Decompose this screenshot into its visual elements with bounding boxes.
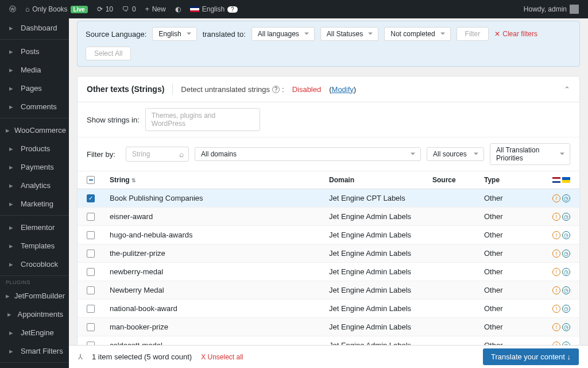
col-domain: Domain <box>329 176 432 184</box>
cell-domain: Jet Engine Admin Labels <box>329 249 432 258</box>
sidebar-item-products[interactable]: ▸Products <box>0 139 69 158</box>
cell-type: Other <box>484 249 530 258</box>
target-lang-select[interactable]: All languages <box>252 27 315 41</box>
updates[interactable]: ⟳10 <box>92 0 118 18</box>
sidebar-item-jetengine[interactable]: ▸JetEngine <box>0 323 69 342</box>
clock-icon[interactable]: ◷ <box>562 268 570 276</box>
row-checkbox[interactable] <box>87 250 95 258</box>
warn-icon[interactable]: ! <box>552 286 560 294</box>
select-all-button[interactable]: Select All <box>86 47 131 60</box>
show-strings-input[interactable]: Themes, plugins and WordPress <box>145 108 260 131</box>
priority-filter-select[interactable]: All Translation Priorities <box>490 143 570 165</box>
table-row[interactable]: man-booker-prizeJet Engine Admin LabelsO… <box>78 318 579 336</box>
clock-icon[interactable]: ◷ <box>562 231 570 239</box>
sidebar-item-analytics[interactable]: ▸Analytics <box>0 176 69 194</box>
sidebar-item-appointments[interactable]: ▸Appointments <box>0 305 69 323</box>
plugin-icon: ▸ <box>6 290 10 301</box>
sidebar-item-media[interactable]: ▸Media <box>0 60 69 79</box>
clock-icon[interactable]: ◷ <box>562 305 570 313</box>
translate-button[interactable]: Translate your content ↓ <box>483 348 579 365</box>
source-filter-select[interactable]: All sources <box>427 147 484 161</box>
cell-status: !◷ <box>530 231 570 239</box>
sidebar-item-crocoblock[interactable]: ▸Crocoblock <box>0 255 69 273</box>
site-name[interactable]: ⌂ Only Books Live <box>21 0 92 18</box>
col-string[interactable]: String ⇅ <box>110 176 329 184</box>
translate-icon: ⅄ <box>78 352 83 361</box>
warn-icon[interactable]: ! <box>552 231 560 239</box>
cell-status: !◷ <box>530 250 570 258</box>
status-select[interactable]: All Statuses <box>320 27 378 41</box>
completion-select[interactable]: Not completed <box>384 27 450 41</box>
plus-icon: + <box>145 5 149 13</box>
modify-link[interactable]: Modify <box>332 85 354 94</box>
clock-icon[interactable]: ◷ <box>562 213 570 221</box>
elementor-icon: ▸ <box>6 222 16 232</box>
warn-icon[interactable]: ! <box>552 213 560 221</box>
my-account[interactable]: Howdy, admin <box>519 0 583 18</box>
clock-icon[interactable]: ◷ <box>562 286 570 294</box>
cell-type: Other <box>484 323 530 331</box>
unselect-all-link[interactable]: X Unselect all <box>201 353 243 361</box>
table-row[interactable]: national-book-awardJet Engine Admin Labe… <box>78 300 579 318</box>
row-checkbox[interactable] <box>87 286 95 294</box>
warn-icon[interactable]: ! <box>552 194 560 202</box>
sidebar-item-pages[interactable]: ▸Pages <box>0 79 69 97</box>
row-checkbox[interactable] <box>87 231 95 239</box>
table-row[interactable]: ✓Book Publishing CompaniesJet Engine CPT… <box>78 189 579 208</box>
string-filter-input[interactable]: String <box>126 147 189 162</box>
sidebar-item-payments[interactable]: ▸Payments <box>0 158 69 176</box>
plugin-icon: ▸ <box>6 309 13 319</box>
detect-label: Detect untranslated strings ? : <box>181 85 284 94</box>
flag-nl-icon <box>552 177 560 183</box>
warn-icon[interactable]: ! <box>552 305 560 313</box>
clear-filters-link[interactable]: ✕Clear filters <box>494 30 537 38</box>
sidebar-item-templates[interactable]: ▸Templates <box>0 236 69 255</box>
new-content[interactable]: +New <box>141 0 171 18</box>
sidebar-item-smart-filters[interactable]: ▸Smart Filters <box>0 342 69 360</box>
help-icon[interactable]: ? <box>272 86 280 93</box>
warn-icon[interactable]: ! <box>552 323 560 331</box>
row-checkbox[interactable] <box>87 213 95 221</box>
table-row[interactable]: hugo-and-nebula-awardsJet Engine Admin L… <box>78 226 579 244</box>
cell-string: Book Publishing Companies <box>110 194 329 202</box>
sidebar-item-jetformbuilder[interactable]: ▸JetFormBuilder <box>0 286 69 305</box>
wp-logo[interactable]: ⓦ <box>5 0 21 18</box>
sidebar-item-marketing[interactable]: ▸Marketing <box>0 194 69 213</box>
panel-header: Other texts (Strings) Detect untranslate… <box>78 76 579 102</box>
sidebar-item-comments[interactable]: ▸Comments <box>0 97 69 116</box>
select-all-checkbox[interactable] <box>87 176 95 184</box>
row-checkbox[interactable] <box>87 305 95 313</box>
row-checkbox[interactable]: ✓ <box>87 194 95 202</box>
table-row[interactable]: newberry-medalJet Engine Admin LabelsOth… <box>78 263 579 281</box>
wpml-cache[interactable]: ◐ <box>171 0 185 18</box>
source-lang-select[interactable]: English <box>152 27 196 41</box>
warn-icon[interactable]: ! <box>552 268 560 276</box>
cell-type: Other <box>484 341 530 345</box>
sidebar-item-elementor[interactable]: ▸Elementor <box>0 218 69 236</box>
sidebar-item-woocommerce[interactable]: ▸WooCommerce <box>0 121 69 139</box>
cell-status: !◷ <box>530 194 570 202</box>
clock-icon[interactable]: ◷ <box>562 323 570 331</box>
row-checkbox[interactable] <box>87 323 95 331</box>
cell-domain: Jet Engine Admin Labels <box>329 341 432 345</box>
warn-icon[interactable]: ! <box>552 250 560 258</box>
chevron-up-icon[interactable]: ⌃ <box>564 85 570 94</box>
table-row[interactable]: eisner-awardJet Engine Admin LabelsOther… <box>78 208 579 226</box>
filter-button[interactable]: Filter <box>457 27 489 41</box>
row-checkbox[interactable] <box>87 268 95 276</box>
domain-filter-select[interactable]: All domains <box>195 147 421 161</box>
table-row[interactable]: Newberry MedalJet Engine Admin LabelsOth… <box>78 281 579 300</box>
croco-icon: ▸ <box>6 259 16 269</box>
pin-icon: ▸ <box>6 46 16 56</box>
cell-type: Other <box>484 267 530 276</box>
language-switcher[interactable]: English ? <box>185 0 242 18</box>
table-row[interactable]: the-pulitzer-prizeJet Engine Admin Label… <box>78 244 579 263</box>
clock-icon[interactable]: ◷ <box>562 194 570 202</box>
clock-icon[interactable]: ◷ <box>562 250 570 258</box>
cell-domain: Jet Engine Admin Labels <box>329 267 432 276</box>
sidebar-item-posts[interactable]: ▸Posts <box>0 42 69 60</box>
sidebar-item-dashboard[interactable]: ▸Dashboard <box>0 18 69 37</box>
comments-count[interactable]: 🗨0 <box>118 0 141 18</box>
table-row[interactable]: caldecott-medalJet Engine Admin LabelsOt… <box>78 336 579 345</box>
sidebar-item-appearance[interactable]: ▸Appearance <box>0 365 69 368</box>
